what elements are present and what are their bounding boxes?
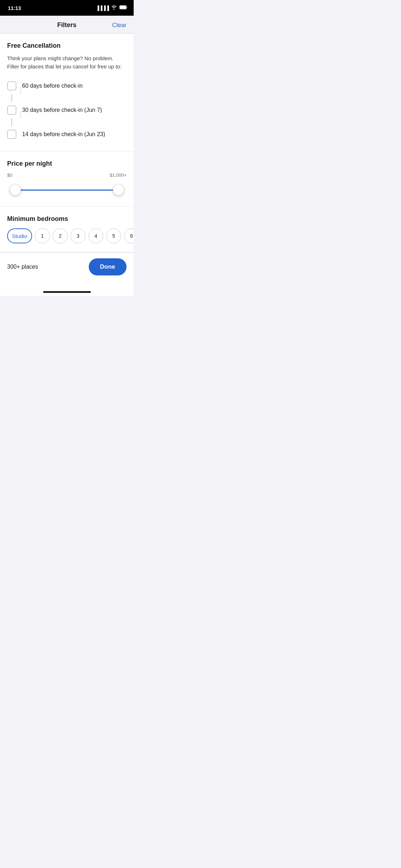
price-section-title: Price per night — [7, 160, 127, 167]
checkbox-60days-label: 60 days before check-in — [22, 83, 83, 89]
slider-track — [14, 190, 119, 191]
filter-header: Filters Clear — [0, 16, 134, 33]
cancellation-option-14days[interactable]: 14 days before check-in (Jun 23) — [7, 126, 127, 143]
slider-thumb-min[interactable] — [10, 185, 21, 195]
price-max-label: $1,000+ — [110, 172, 127, 178]
footer: 300+ places Done — [0, 252, 134, 288]
header-title: Filters — [57, 21, 76, 29]
places-count: 300+ places — [7, 264, 38, 270]
checkbox-14days-label: 14 days before check-in (Jun 23) — [22, 131, 105, 138]
battery-icon — [119, 5, 128, 11]
bedroom-option-2[interactable]: 2 — [53, 228, 68, 243]
price-slider[interactable] — [7, 182, 127, 198]
bedrooms-title: Minimum bedrooms — [7, 215, 127, 223]
status-time: 11:13 — [8, 5, 21, 11]
connector-2 — [11, 118, 12, 126]
free-cancellation-section: Free Cancellation Think your plans might… — [0, 33, 134, 151]
status-bar: 11:13 ▐▐▐▐ — [0, 0, 134, 16]
main-content: Free Cancellation Think your plans might… — [0, 33, 134, 252]
clear-button[interactable]: Clear — [112, 22, 127, 29]
checkbox-14days[interactable] — [7, 130, 16, 139]
checkbox-30days[interactable] — [7, 105, 16, 115]
home-indicator — [0, 288, 134, 296]
done-button[interactable]: Done — [89, 258, 127, 275]
price-per-night-section: Price per night $0 $1,000+ — [0, 151, 134, 206]
status-icons: ▐▐▐▐ — [96, 5, 128, 11]
bedroom-options-group: Studio 1 2 3 4 5 6 — [7, 228, 127, 243]
price-min-label: $0 — [7, 172, 12, 178]
svg-rect-1 — [120, 6, 127, 9]
signal-icon: ▐▐▐▐ — [96, 5, 109, 11]
bedroom-option-1[interactable]: 1 — [35, 228, 50, 243]
cancellation-option-60days[interactable]: 60 days before check-in — [7, 78, 127, 94]
minimum-bedrooms-section: Minimum bedrooms Studio 1 2 3 4 5 6 — [0, 207, 134, 252]
slider-thumb-max[interactable] — [113, 185, 124, 195]
checkbox-30days-label: 30 days before check-in (Jun 7) — [22, 107, 102, 113]
checkbox-60days[interactable] — [7, 81, 16, 91]
bedroom-option-4[interactable]: 4 — [88, 228, 103, 243]
free-cancellation-title: Free Cancellation — [7, 42, 127, 50]
bedroom-option-studio[interactable]: Studio — [7, 228, 32, 243]
cancellation-options: 60 days before check-in 30 days before c… — [7, 78, 127, 143]
bedroom-option-6[interactable]: 6 — [124, 228, 134, 243]
price-labels: $0 $1,000+ — [7, 172, 127, 178]
cancellation-option-30days[interactable]: 30 days before check-in (Jun 7) — [7, 102, 127, 118]
bedroom-option-3[interactable]: 3 — [71, 228, 86, 243]
wifi-icon — [111, 5, 117, 11]
bedroom-option-5[interactable]: 5 — [106, 228, 121, 243]
home-bar — [43, 291, 91, 293]
free-cancellation-description: Think your plans might change? No proble… — [7, 55, 127, 71]
connector-1 — [11, 94, 12, 102]
